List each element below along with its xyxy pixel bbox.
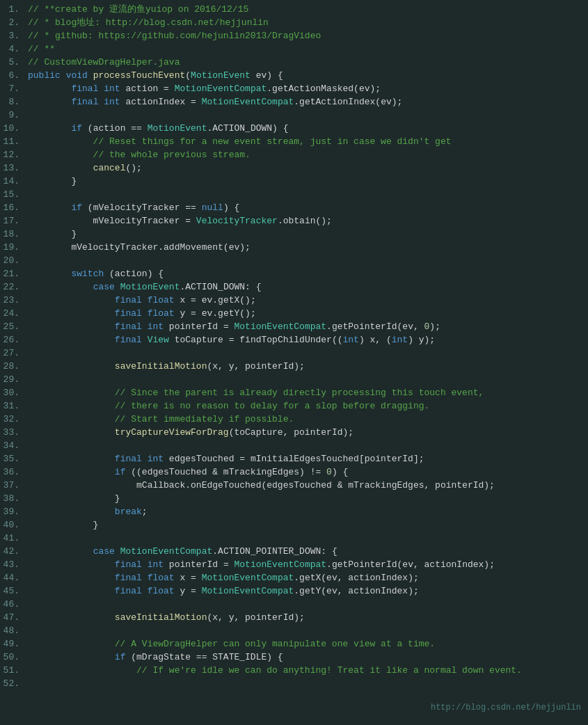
code-line: 5.// CustomViewDragHelper.java — [0, 56, 588, 69]
code-line: 6.public void processTouchEvent(MotionEv… — [0, 69, 588, 82]
code-line: 2.// * blog地址: http://blog.csdn.net/hejj… — [0, 16, 588, 29]
line-number: 20. — [3, 254, 28, 267]
code-line: 34. — [0, 439, 588, 452]
line-content: mVelocityTracker = VelocityTracker.obtai… — [28, 214, 585, 228]
line-number: 16. — [3, 201, 28, 214]
line-content: // Reset things for a new event stream, … — [28, 135, 585, 148]
line-number: 15. — [3, 188, 28, 201]
line-number: 11. — [3, 135, 28, 148]
code-line: 47. saveInitialMotion(x, y, pointerId); — [0, 611, 588, 624]
line-content: // ** — [28, 42, 585, 56]
line-number: 19. — [3, 241, 28, 254]
line-number: 39. — [3, 505, 28, 518]
line-number: 17. — [3, 214, 28, 228]
code-line: 52. — [0, 677, 588, 690]
code-line: 46. — [0, 598, 588, 611]
code-line: 22. case MotionEvent.ACTION_DOWN: { — [0, 280, 588, 294]
code-line: 45. final float y = MotionEventCompat.ge… — [0, 584, 588, 598]
code-line: 23. final float x = ev.getX(); — [0, 294, 588, 307]
code-line: 31. // there is no reason to delay for a… — [0, 399, 588, 413]
line-content: final float x = ev.getX(); — [28, 294, 585, 307]
line-content: // the whole previous stream. — [28, 148, 585, 161]
line-number: 5. — [3, 56, 28, 69]
code-line: 24. final float y = ev.getY(); — [0, 307, 588, 320]
code-line: 20. — [0, 254, 588, 267]
line-content: // Start immediately if possible. — [28, 413, 585, 426]
line-content: final int pointerId = MotionEventCompat.… — [28, 320, 585, 333]
code-line: 21. switch (action) { — [0, 267, 588, 280]
line-content: tryCaptureViewForDrag(toCapture, pointer… — [28, 426, 585, 439]
line-content: final float y = MotionEventCompat.getY(e… — [28, 584, 585, 598]
line-content: // CustomViewDragHelper.java — [28, 56, 585, 69]
line-number: 22. — [3, 280, 28, 294]
line-content: // there is no reason to delay for a slo… — [28, 399, 585, 413]
code-line: 25. final int pointerId = MotionEventCom… — [0, 320, 588, 333]
code-line: 16. if (mVelocityTracker == null) { — [0, 201, 588, 214]
line-content: cancel(); — [28, 161, 585, 175]
line-content: if (mVelocityTracker == null) { — [28, 201, 585, 214]
line-content: if (mDragState == STATE_IDLE) { — [28, 651, 585, 664]
line-number: 7. — [3, 82, 28, 95]
code-line: 32. // Start immediately if possible. — [0, 413, 588, 426]
code-line: 27. — [0, 346, 588, 360]
line-number: 41. — [3, 532, 28, 545]
line-number: 50. — [3, 651, 28, 664]
line-number: 33. — [3, 426, 28, 439]
code-line: 50. if (mDragState == STATE_IDLE) { — [0, 651, 588, 664]
line-content: case MotionEventCompat.ACTION_POINTER_DO… — [28, 545, 585, 558]
line-number: 18. — [3, 228, 28, 241]
line-content: final int actionIndex = MotionEventCompa… — [28, 95, 585, 109]
line-number: 42. — [3, 545, 28, 558]
code-line: 7. final int action = MotionEventCompat.… — [0, 82, 588, 95]
line-number: 38. — [3, 492, 28, 505]
code-line: 40. } — [0, 518, 588, 532]
code-line: 14. } — [0, 175, 588, 188]
line-content: final int edgesTouched = mInitialEdgesTo… — [28, 452, 585, 465]
line-content: // * blog地址: http://blog.csdn.net/hejjun… — [28, 16, 585, 29]
line-number: 36. — [3, 465, 28, 479]
line-number: 13. — [3, 161, 28, 175]
line-content: final float x = MotionEventCompat.getX(e… — [28, 571, 585, 584]
line-number: 9. — [3, 109, 28, 122]
code-line: 42. case MotionEventCompat.ACTION_POINTE… — [0, 545, 588, 558]
line-number: 44. — [3, 571, 28, 584]
code-line: 19. mVelocityTracker.addMovement(ev); — [0, 241, 588, 254]
watermark: http://blog.csdn.net/hejjunlin — [431, 703, 581, 712]
line-content: case MotionEvent.ACTION_DOWN: { — [28, 280, 585, 294]
line-content: // **create by 逆流的鱼yuiop on 2016/12/15 — [28, 3, 585, 16]
code-line: 11. // Reset things for a new event stre… — [0, 135, 588, 148]
code-line: 13. cancel(); — [0, 161, 588, 175]
line-number: 12. — [3, 148, 28, 161]
line-number: 1. — [3, 3, 28, 16]
line-number: 2. — [3, 16, 28, 29]
line-number: 3. — [3, 29, 28, 42]
line-content: // * github: https://github.com/hejunlin… — [28, 29, 585, 42]
code-line: 39. break; — [0, 505, 588, 518]
line-number: 45. — [3, 584, 28, 598]
line-number: 43. — [3, 558, 28, 571]
line-number: 28. — [3, 360, 28, 373]
line-content: // Since the parent is already directly … — [28, 386, 585, 399]
code-line: 1.// **create by 逆流的鱼yuiop on 2016/12/15 — [0, 3, 588, 16]
code-line: 18. } — [0, 228, 588, 241]
line-content: } — [28, 518, 585, 532]
code-line: 28. saveInitialMotion(x, y, pointerId); — [0, 360, 588, 373]
code-line: 15. — [0, 188, 588, 201]
line-content: final int pointerId = MotionEventCompat.… — [28, 558, 585, 571]
code-line: 41. — [0, 532, 588, 545]
code-line: 51. // If we're idle we can do anything!… — [0, 664, 588, 677]
line-content: final float y = ev.getY(); — [28, 307, 585, 320]
line-content: // If we're idle we can do anything! Tre… — [28, 664, 585, 677]
line-content: final int action = MotionEventCompat.get… — [28, 82, 585, 95]
line-number: 29. — [3, 373, 28, 386]
line-number: 49. — [3, 637, 28, 651]
line-number: 47. — [3, 611, 28, 624]
code-container: 1.// **create by 逆流的鱼yuiop on 2016/12/15… — [0, 0, 588, 725]
code-line: 26. final View toCapture = findTopChildU… — [0, 333, 588, 346]
line-content: mVelocityTracker.addMovement(ev); — [28, 241, 585, 254]
line-number: 30. — [3, 386, 28, 399]
line-number: 48. — [3, 624, 28, 637]
line-number: 31. — [3, 399, 28, 413]
line-content: saveInitialMotion(x, y, pointerId); — [28, 611, 585, 624]
line-content: // A ViewDragHelper can only manipulate … — [28, 637, 585, 651]
